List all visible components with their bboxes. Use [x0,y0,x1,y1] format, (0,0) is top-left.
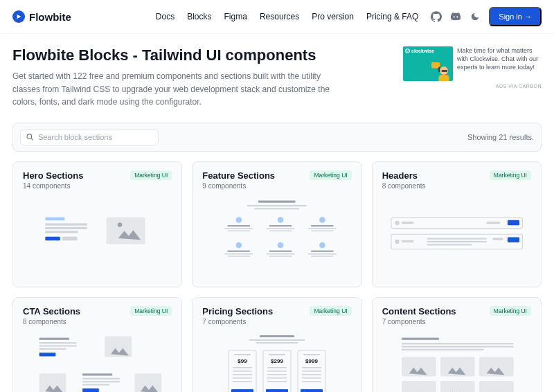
svg-rect-4 [442,70,448,72]
svg-rect-52 [427,244,472,246]
svg-rect-64 [82,381,120,382]
search-box[interactable] [20,129,159,145]
carbon-ad[interactable]: clockwise Make time for what matters wit… [403,46,542,89]
card-preview: $99 $299 $999 [202,331,351,392]
svg-point-30 [236,242,242,248]
card-title: Content Sections [382,306,456,317]
top-nav: Flowbite Docs Blocks Figma Resources Pro… [0,0,554,34]
svg-rect-62 [82,373,112,375]
nav-blocks[interactable]: Blocks [187,12,211,21]
ad-text: Make time for what matters with Clockwis… [457,46,542,71]
svg-rect-100 [402,346,513,347]
card-subtitle: 7 components [202,318,273,326]
card-preview [382,331,531,392]
category-badge: Marketing UI [130,306,172,316]
svg-text:$299: $299 [271,358,283,364]
nav-resources[interactable]: Resources [260,12,299,21]
nav-pricing[interactable]: Pricing & FAQ [366,12,418,21]
nav-docs[interactable]: Docs [156,12,175,21]
svg-rect-76 [233,374,252,375]
nav-links: Docs Blocks Figma Resources Pro version … [156,7,542,26]
svg-rect-107 [479,381,514,392]
search-input[interactable] [38,133,152,141]
card-feature-sections[interactable]: Feature Sections 9 components Marketing … [192,161,361,287]
category-badge: Marketing UI [490,170,531,180]
svg-rect-57 [39,345,77,346]
category-badge: Marketing UI [490,306,531,316]
discord-icon[interactable] [450,11,461,22]
card-subtitle: 8 components [23,318,80,326]
card-title: Headers [382,170,426,181]
svg-rect-29 [312,230,334,231]
card-cta-sections[interactable]: CTA Sections 8 components Marketing UI [12,297,182,392]
svg-rect-36 [267,253,295,254]
svg-rect-13 [107,217,145,244]
svg-rect-21 [228,230,250,231]
brand[interactable]: Flowbite [12,10,71,23]
block-grid: Hero Sections 14 components Marketing UI [12,161,542,392]
results-count: Showing 21 results. [467,133,534,141]
card-hero-sections[interactable]: Hero Sections 14 components Marketing UI [12,161,182,287]
svg-rect-75 [233,371,252,372]
darkmode-icon[interactable] [470,11,481,22]
svg-rect-12 [62,237,78,240]
category-badge: Marketing UI [310,306,351,316]
svg-rect-105 [402,381,436,392]
svg-rect-44 [402,222,413,224]
github-icon[interactable] [431,11,442,22]
svg-point-38 [319,242,325,248]
svg-rect-8 [45,223,87,225]
svg-rect-28 [308,228,337,229]
svg-rect-83 [267,367,287,368]
svg-rect-85 [267,374,287,375]
svg-rect-54 [508,238,519,243]
card-subtitle: 14 components [23,182,83,190]
svg-rect-59 [39,353,56,356]
svg-rect-17 [255,208,300,209]
card-preview [23,195,172,278]
svg-rect-65 [82,384,109,385]
svg-rect-3 [438,75,449,81]
svg-rect-32 [225,253,253,254]
svg-point-5 [27,134,32,139]
search-toolbar: Showing 21 results. [12,123,542,152]
svg-rect-40 [308,253,337,254]
svg-rect-27 [312,225,334,226]
card-preview [23,331,172,392]
sign-in-button[interactable]: Sign in → [489,7,542,26]
nav-pro[interactable]: Pro version [312,12,354,21]
ad-image: clockwise [403,46,453,81]
svg-rect-69 [249,339,305,341]
card-content-sections[interactable]: Content Sections 7 components Marketing … [372,297,542,392]
page-header: Flowbite Blocks - Tailwind UI components… [12,46,386,109]
svg-rect-10 [45,231,78,233]
brand-logo-icon [12,10,25,23]
svg-rect-31 [228,250,250,251]
svg-text:$99: $99 [238,358,247,364]
svg-point-34 [278,242,284,248]
card-subtitle: 8 components [382,182,426,190]
svg-rect-50 [427,238,486,240]
card-title: CTA Sections [23,306,80,317]
svg-rect-11 [45,237,60,240]
nav-figma[interactable]: Figma [224,12,247,21]
svg-rect-56 [39,342,77,344]
svg-rect-63 [82,377,120,379]
page-title: Flowbite Blocks - Tailwind UI components [12,46,386,64]
nav-right: Sign in → [431,7,542,26]
svg-rect-77 [233,377,252,379]
svg-rect-7 [45,217,64,220]
svg-rect-24 [267,228,295,229]
card-pricing-sections[interactable]: Pricing Sections 7 components Marketing … [192,297,361,392]
svg-rect-51 [427,241,486,242]
category-badge: Marketing UI [310,170,351,180]
card-headers[interactable]: Headers 8 components Marketing UI [372,161,542,287]
svg-rect-45 [486,222,499,224]
svg-rect-58 [39,348,66,349]
svg-rect-19 [228,225,250,226]
svg-point-18 [236,217,242,223]
svg-rect-93 [302,371,321,372]
svg-rect-81 [269,354,285,355]
svg-rect-84 [267,371,287,372]
svg-rect-20 [225,228,253,229]
